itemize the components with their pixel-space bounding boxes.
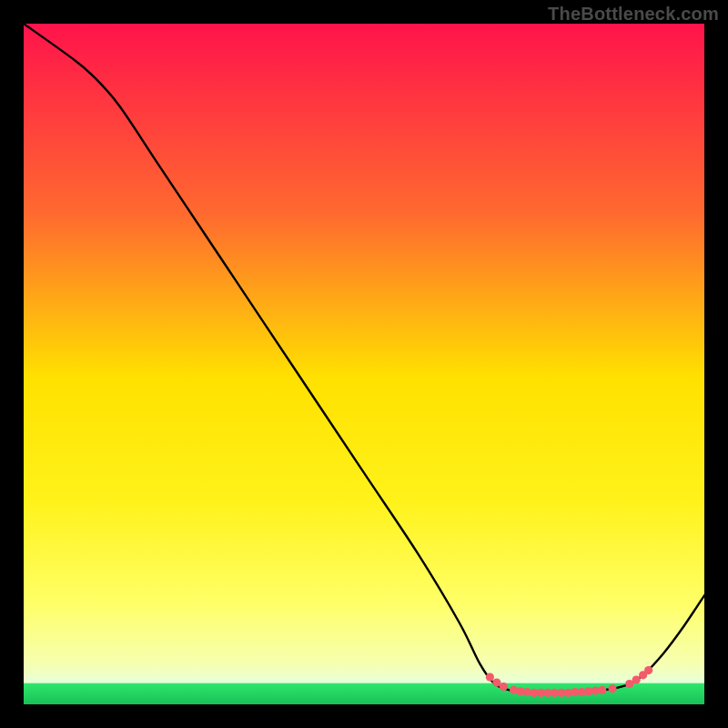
optimum-marker [608,684,616,693]
chart-stage: TheBottleneck.com [0,0,728,728]
optimum-marker [598,686,606,694]
optimum-marker [644,666,652,674]
plot-area [24,24,704,704]
optimum-marker [632,675,641,683]
optimum-marker [500,682,508,691]
chart-svg [24,24,704,704]
optimum-marker [486,672,494,681]
watermark-text: TheBottleneck.com [548,4,719,25]
gradient-background [24,24,704,704]
